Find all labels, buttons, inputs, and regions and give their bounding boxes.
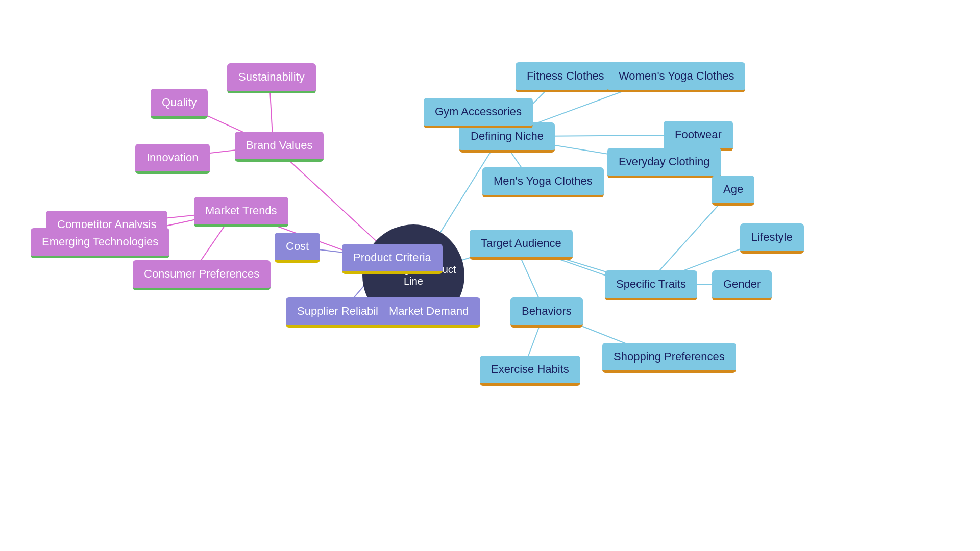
target-audience-node[interactable]: Target Audience <box>470 230 573 260</box>
behaviors-node[interactable]: Behaviors <box>510 297 583 328</box>
consumer-prefs-node[interactable]: Consumer Preferences <box>133 260 271 290</box>
innovation-node[interactable]: Innovation <box>135 144 210 174</box>
exercise-habits-node[interactable]: Exercise Habits <box>480 356 580 386</box>
mens-yoga-node[interactable]: Men's Yoga Clothes <box>482 167 604 197</box>
womens-yoga-node[interactable]: Women's Yoga Clothes <box>607 62 745 92</box>
market-trends-node[interactable]: Market Trends <box>194 197 288 227</box>
fitness-clothes-node[interactable]: Fitness Clothes <box>516 62 616 92</box>
brand-values-node[interactable]: Brand Values <box>235 132 324 162</box>
product-criteria-node[interactable]: Product Criteria <box>342 244 443 274</box>
emerging-tech-node[interactable]: Emerging Technologies <box>31 228 169 258</box>
shopping-prefs-node[interactable]: Shopping Preferences <box>602 343 736 373</box>
gym-accessories-node[interactable]: Gym Accessories <box>424 98 533 128</box>
lifestyle-node[interactable]: Lifestyle <box>740 223 804 254</box>
market-demand-node[interactable]: Market Demand <box>378 297 480 328</box>
age-node[interactable]: Age <box>712 176 754 206</box>
sustainability-node[interactable]: Sustainability <box>227 63 316 93</box>
quality-node[interactable]: Quality <box>151 89 208 119</box>
cost-node[interactable]: Cost <box>275 233 320 263</box>
everyday-clothing-node[interactable]: Everyday Clothing <box>607 148 721 178</box>
gender-node[interactable]: Gender <box>712 270 772 300</box>
specific-traits-node[interactable]: Specific Traits <box>605 270 697 300</box>
footwear-node[interactable]: Footwear <box>664 121 733 151</box>
